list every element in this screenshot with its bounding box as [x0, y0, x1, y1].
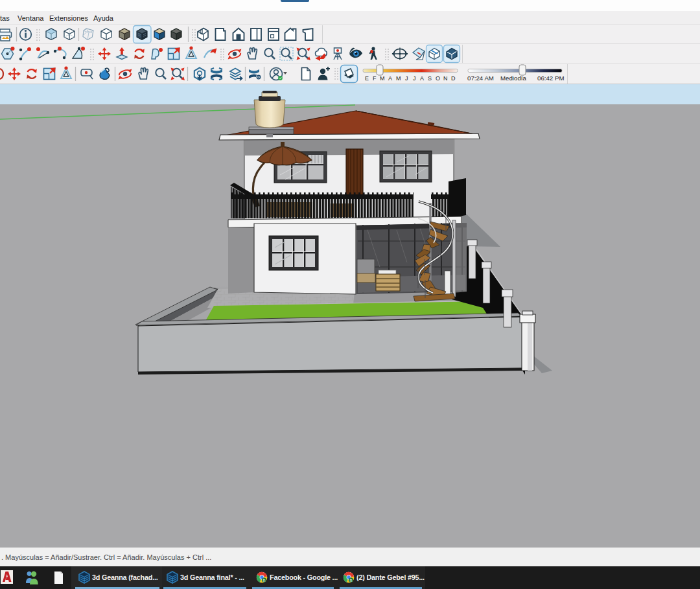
svg-text:O: O	[436, 75, 440, 82]
svg-text:J: J	[413, 75, 416, 82]
svg-text:D: D	[451, 75, 456, 82]
svg-text:A: A	[420, 75, 424, 82]
svg-text:M: M	[396, 75, 401, 82]
svg-text:J: J	[405, 75, 408, 82]
svg-text:07:24 AM: 07:24 AM	[467, 75, 494, 82]
svg-text:N: N	[443, 75, 448, 82]
svg-text:A: A	[388, 75, 392, 82]
svg-text:M: M	[380, 75, 385, 82]
svg-text:06:42 PM: 06:42 PM	[537, 75, 564, 82]
svg-text:S: S	[428, 75, 432, 82]
svg-text:E: E	[365, 75, 369, 82]
svg-text:F: F	[373, 75, 377, 82]
svg-text:Mediodía: Mediodía	[500, 75, 526, 82]
